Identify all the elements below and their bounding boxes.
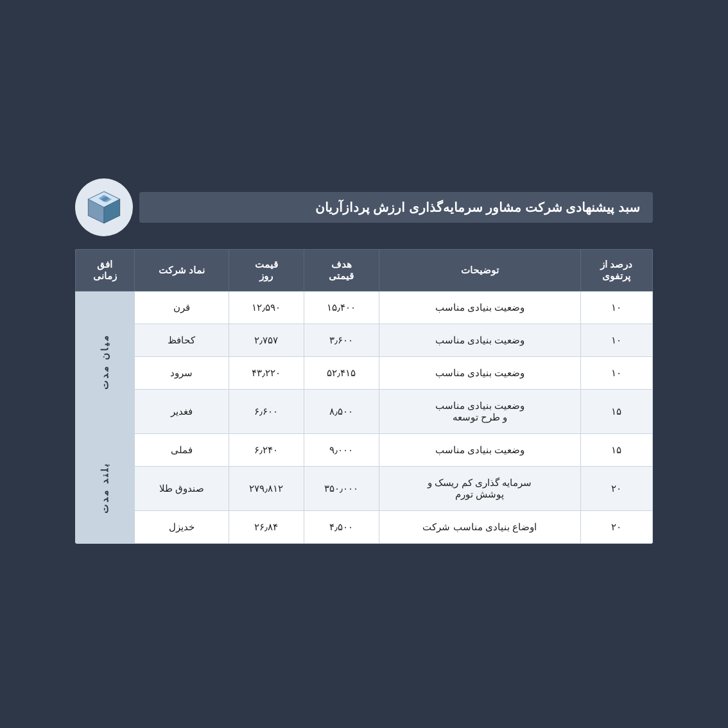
cell-description: اوضاع بنیادی مناسب شرکت [379, 510, 580, 543]
cell-target: ۵۲٫۴۱۵ [304, 356, 379, 389]
cell-description: وضعیت بنیادی مناسب [379, 324, 580, 356]
col-header-target: هدفقیمتی [304, 249, 379, 291]
header-row: سبد پیشنهادی شرکت مشاور سرمایه‌گذاری ارز… [75, 178, 653, 236]
cell-horizon: بلند مدت [76, 433, 135, 543]
cell-symbol: قرن [134, 291, 229, 324]
cell-percent: ۱۰ [580, 324, 652, 356]
table-row: ۱۰وضعیت بنیادی مناسب۳٫۶۰۰۲٫۷۵۷کحافظ [76, 324, 653, 356]
col-header-description: توضیحات [379, 249, 580, 291]
col-header-percent: درصد ازپرتفوی [580, 249, 652, 291]
header-title: سبد پیشنهادی شرکت مشاور سرمایه‌گذاری ارز… [315, 200, 640, 214]
cell-price: ۲٫۷۵۷ [229, 324, 304, 356]
cell-horizon: میان مدت [76, 291, 135, 433]
cell-target: ۹٫۰۰۰ [304, 433, 379, 466]
logo-icon [82, 185, 126, 230]
col-header-symbol: نماد شرکت [134, 249, 229, 291]
cell-target: ۱۵٫۴۰۰ [304, 291, 379, 324]
cell-price: ۲۶٫۸۴ [229, 510, 304, 543]
table-row: ۱۵وضعیت بنیادی مناسبو طرح توسعه۸٫۵۰۰۶٫۶۰… [76, 389, 653, 433]
cell-symbol: فملی [134, 433, 229, 466]
cell-price: ۲۷۹٫۸۱۲ [229, 466, 304, 510]
cell-description: وضعیت بنیادی مناسبو طرح توسعه [379, 389, 580, 433]
logo-box [75, 178, 133, 236]
cell-description: وضعیت بنیادی مناسب [379, 356, 580, 389]
table-row: ۱۵وضعیت بنیادی مناسب۹٫۰۰۰۶٫۲۴۰فملیبلند م… [76, 433, 653, 466]
cell-price: ۱۲٫۵۹۰ [229, 291, 304, 324]
cell-description: سرمایه گذاری کم ریسک وپوشش تورم [379, 466, 580, 510]
cell-percent: ۱۵ [580, 433, 652, 466]
cell-description: وضعیت بنیادی مناسب [379, 433, 580, 466]
cell-description: وضعیت بنیادی مناسب [379, 291, 580, 324]
cell-target: ۸٫۵۰۰ [304, 389, 379, 433]
cell-percent: ۱۵ [580, 389, 652, 433]
cell-percent: ۲۰ [580, 466, 652, 510]
cell-symbol: سرود [134, 356, 229, 389]
col-header-horizon: افقزمانی [76, 249, 135, 291]
cell-symbol: کحافظ [134, 324, 229, 356]
main-card: سبد پیشنهادی شرکت مشاور سرمایه‌گذاری ارز… [56, 159, 672, 569]
cell-price: ۶٫۲۴۰ [229, 433, 304, 466]
table-row: ۲۰اوضاع بنیادی مناسب شرکت۴٫۵۰۰۲۶٫۸۴خدیزل [76, 510, 653, 543]
cell-target: ۳٫۶۰۰ [304, 324, 379, 356]
cell-percent: ۱۰ [580, 291, 652, 324]
portfolio-table: درصد ازپرتفوی توضیحات هدفقیمتی قیمتروز ن… [75, 249, 653, 544]
table-row: ۱۰وضعیت بنیادی مناسب۵۲٫۴۱۵۴۳٫۲۲۰سرود [76, 356, 653, 389]
cell-percent: ۲۰ [580, 510, 652, 543]
table-row: ۱۰وضعیت بنیادی مناسب۱۵٫۴۰۰۱۲٫۵۹۰قرنمیان … [76, 291, 653, 324]
cell-price: ۶٫۶۰۰ [229, 389, 304, 433]
table-header-row: درصد ازپرتفوی توضیحات هدفقیمتی قیمتروز ن… [76, 249, 653, 291]
cell-symbol: خدیزل [134, 510, 229, 543]
table-wrapper: درصد ازپرتفوی توضیحات هدفقیمتی قیمتروز ن… [75, 249, 653, 544]
header-title-bar: سبد پیشنهادی شرکت مشاور سرمایه‌گذاری ارز… [139, 192, 653, 223]
col-header-price: قیمتروز [229, 249, 304, 291]
cell-target: ۴٫۵۰۰ [304, 510, 379, 543]
cell-price: ۴۳٫۲۲۰ [229, 356, 304, 389]
cell-symbol: صندوق طلا [134, 466, 229, 510]
cell-symbol: فغدیر [134, 389, 229, 433]
table-row: ۲۰سرمایه گذاری کم ریسک وپوشش تورم۳۵۰٫۰۰۰… [76, 466, 653, 510]
cell-percent: ۱۰ [580, 356, 652, 389]
cell-target: ۳۵۰٫۰۰۰ [304, 466, 379, 510]
